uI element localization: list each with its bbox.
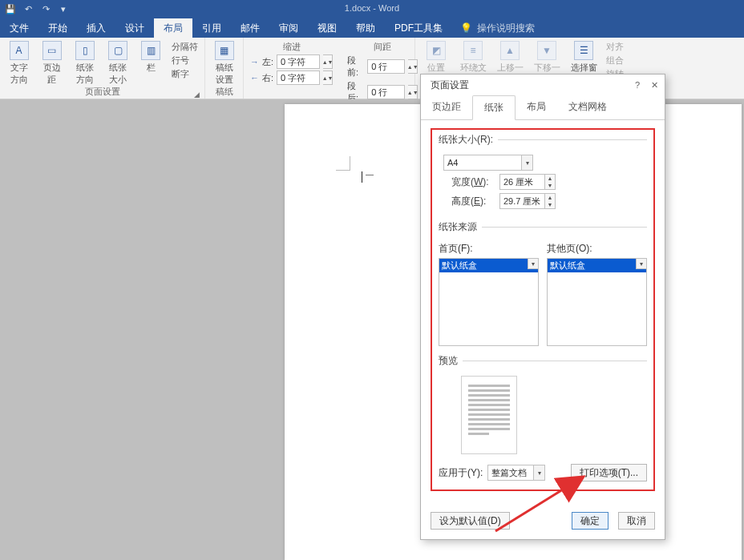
help-icon[interactable]: ? <box>635 80 640 91</box>
preview-thumbnail <box>461 376 517 454</box>
apply-to-combo[interactable]: 整篇文档 ▾ <box>487 465 545 481</box>
dialog-tabs: 页边距 纸张 布局 文档网格 <box>421 95 665 120</box>
line-numbers-button[interactable]: 行号 <box>172 54 198 66</box>
print-options-button[interactable]: 打印选项(T)... <box>571 464 647 481</box>
tab-view[interactable]: 视图 <box>308 18 346 38</box>
ok-button[interactable]: 确定 <box>572 512 609 530</box>
spacing-before-field[interactable]: 0 行 <box>367 59 405 74</box>
height-label: 高度(E): <box>451 195 493 208</box>
first-page-selected[interactable]: 默认纸盒 <box>439 259 538 272</box>
chevron-down-icon[interactable]: ▾ <box>528 259 538 269</box>
page-setup-launcher-icon[interactable]: ◢ <box>194 91 200 99</box>
tab-mailings[interactable]: 邮件 <box>231 18 269 38</box>
tab-review[interactable]: 审阅 <box>269 18 308 38</box>
chevron-down-icon[interactable]: ▾ <box>521 155 532 170</box>
spacing-header: 间距 <box>347 41 418 53</box>
hyphenation-button[interactable]: 断字 <box>172 68 198 80</box>
margins-button[interactable]: ▭ 页边距 <box>39 41 64 86</box>
redo-icon[interactable]: ↷ <box>40 4 51 15</box>
dialog-tab-margins[interactable]: 页边距 <box>421 95 472 119</box>
width-spinner[interactable]: ▲▼ <box>544 174 556 190</box>
chevron-down-icon[interactable]: ▾ <box>636 259 646 269</box>
dialog-tab-grid[interactable]: 文档网格 <box>557 95 618 119</box>
stationery-button[interactable]: ▦ 稿纸设置 <box>212 41 237 86</box>
dialog-body: 纸张大小(R): A4 ▾ 宽度(W): 26 厘米 ▲▼ 高度(E): <box>421 120 665 506</box>
tab-insert[interactable]: 插入 <box>77 18 115 38</box>
orientation-button[interactable]: ▯ 纸张方向 <box>72 41 97 86</box>
lightbulb-icon: 💡 <box>460 22 472 34</box>
paper-size-icon: ▢ <box>108 41 127 60</box>
dialog-tab-paper[interactable]: 纸张 <box>472 95 516 120</box>
indent-left-label: 左: <box>262 56 273 68</box>
undo-icon[interactable]: ↶ <box>22 4 34 15</box>
other-pages-listbox[interactable]: 默认纸盒 ▾ <box>547 258 647 346</box>
tab-references[interactable]: 引用 <box>192 18 231 38</box>
dialog-footer: 设为默认值(D) 确定 取消 <box>421 506 665 539</box>
tab-home[interactable]: 开始 <box>38 18 77 38</box>
orientation-icon: ▯ <box>75 41 95 60</box>
dialog-title: 页面设置 <box>431 79 469 92</box>
dialog-titlebar: 页面设置 ? ✕ <box>421 75 665 95</box>
spacing-after-field[interactable]: 0 行 <box>367 85 405 99</box>
indent-header: 缩进 <box>250 41 333 53</box>
height-value[interactable]: 29.7 厘米 <box>499 193 544 209</box>
tab-help[interactable]: 帮助 <box>346 18 385 38</box>
indent-right-field[interactable]: 0 字符 <box>277 71 320 85</box>
indent-left-field[interactable]: 0 字符 <box>277 54 320 69</box>
selection-pane-icon: ☰ <box>574 41 593 60</box>
apply-to-label: 应用于(Y): <box>439 466 483 480</box>
menu-bar: 文件 开始 插入 设计 布局 引用 邮件 审阅 视图 帮助 PDF工具集 💡 操… <box>0 18 744 38</box>
paper-source-legend: 纸张来源 <box>439 220 482 234</box>
dialog-tab-layout[interactable]: 布局 <box>516 95 557 119</box>
tab-file[interactable]: 文件 <box>0 18 38 38</box>
indent-right-label: 右: <box>262 72 273 84</box>
align-button: 对齐 <box>606 41 624 53</box>
tab-layout[interactable]: 布局 <box>154 18 192 38</box>
window-title: 1.docx - Word <box>345 3 399 13</box>
position-icon: ◩ <box>427 41 446 60</box>
position-button: ◩位置 <box>422 41 451 74</box>
text-cursor <box>362 171 362 183</box>
margins-label: 页边距 <box>39 62 64 86</box>
tell-me-search[interactable]: 💡 操作说明搜索 <box>460 18 535 38</box>
paper-size-button[interactable]: ▢ 纸张大小 <box>106 41 131 86</box>
title-bar: 💾 ↶ ↷ ▾ 1.docx - Word <box>0 0 744 18</box>
other-pages-selected[interactable]: 默认纸盒 <box>548 259 646 272</box>
preview-group: 预览 <box>439 354 647 457</box>
height-spinner[interactable]: ▲▼ <box>544 193 556 209</box>
columns-button[interactable]: ▥ 栏 <box>139 41 164 74</box>
width-value[interactable]: 26 厘米 <box>499 174 544 190</box>
paper-size-combo[interactable]: A4 ▾ <box>443 155 533 171</box>
paper-size-label: 纸张大小 <box>106 62 131 86</box>
stationery-group-label: 稿纸 <box>212 86 237 100</box>
text-direction-button[interactable]: A 文字方向 <box>6 41 31 86</box>
send-backward-icon: ▼ <box>537 41 556 60</box>
ribbon-group-stationery: ▦ 稿纸设置 稿纸 <box>205 38 244 99</box>
apply-to-value: 整篇文档 <box>491 467 527 479</box>
indent-controls: 缩进 → 左: 0 字符 ▲▼ ← 右: 0 字符 ▲▼ <box>250 41 333 85</box>
indent-left-spinner[interactable]: ▲▼ <box>323 54 333 69</box>
group-button: 组合 <box>606 54 624 66</box>
cursor-tail <box>366 175 374 175</box>
tab-design[interactable]: 设计 <box>115 18 154 38</box>
spacing-controls: 间距 段前: 0 行 ▲▼ 段后: 0 行 ▲▼ <box>347 41 418 104</box>
paper-size-legend: 纸张大小(R): <box>439 133 498 147</box>
qat-customize-icon[interactable]: ▾ <box>58 4 69 15</box>
close-icon[interactable]: ✕ <box>651 80 658 91</box>
breaks-button[interactable]: 分隔符 <box>172 41 198 53</box>
bring-forward-icon: ▲ <box>500 41 520 60</box>
chevron-down-icon[interactable]: ▾ <box>533 465 544 480</box>
columns-label: 栏 <box>147 62 156 74</box>
set-default-button[interactable]: 设为默认值(D) <box>431 512 510 530</box>
orientation-label: 纸张方向 <box>72 62 97 86</box>
cancel-button[interactable]: 取消 <box>618 512 655 530</box>
paper-size-value: A4 <box>447 158 458 167</box>
ribbon-group-paragraph: 缩进 → 左: 0 字符 ▲▼ ← 右: 0 字符 ▲▼ 间距 段前: <box>244 38 415 99</box>
spacing-before-label: 段前: <box>347 54 364 79</box>
indent-right-spinner[interactable]: ▲▼ <box>323 71 333 85</box>
first-page-listbox[interactable]: 默认纸盒 ▾ <box>439 258 539 346</box>
save-icon[interactable]: 💾 <box>5 4 16 15</box>
tab-pdf[interactable]: PDF工具集 <box>385 18 452 38</box>
height-field[interactable]: 29.7 厘米 ▲▼ <box>499 193 556 209</box>
width-field[interactable]: 26 厘米 ▲▼ <box>499 174 556 190</box>
